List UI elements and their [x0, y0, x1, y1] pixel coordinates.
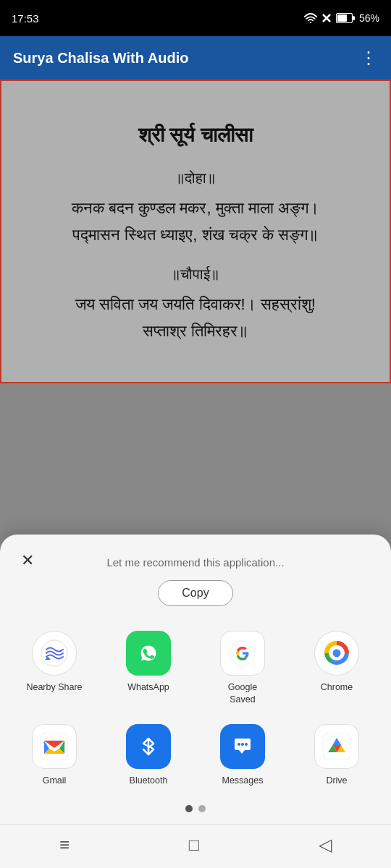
messages-label: Messages [222, 775, 264, 786]
content-title: श्री सूर्य चालीसा [72, 118, 319, 153]
share-item-nearby[interactable]: Nearby Share [7, 624, 101, 717]
content-area: श्री सूर्य चालीसा ॥दोहा॥ कनक बदन कुण्डल … [0, 80, 391, 383]
share-item-gmail[interactable]: Gmail [7, 717, 101, 798]
drive-label: Drive [326, 775, 347, 786]
pagination [0, 798, 391, 824]
chaupai-text: जय सविता जय जयति दिवाकर!। सहस्रांशु! सप्… [72, 291, 319, 345]
page-dot-1[interactable] [185, 805, 193, 812]
svg-point-21 [245, 743, 248, 746]
google-label: Google Saved [228, 681, 257, 705]
svg-point-0 [310, 22, 311, 23]
status-bar: 17:53 56% [0, 0, 391, 36]
share-message: Let me recommend this application... [0, 556, 391, 569]
page-dot-2[interactable] [198, 805, 206, 812]
whatsapp-icon [126, 631, 171, 676]
share-item-whatsapp[interactable]: WhatsApp [101, 624, 196, 717]
share-item-chrome[interactable]: Chrome [290, 624, 384, 717]
share-sheet: ✕ Let me recommend this application... C… [0, 535, 391, 868]
share-item-drive[interactable]: Drive [290, 717, 384, 798]
gmail-icon [32, 724, 77, 769]
nearby-label: Nearby Share [26, 681, 82, 693]
svg-rect-4 [353, 16, 355, 20]
drive-icon [314, 724, 359, 769]
nearby-icon [32, 631, 77, 676]
google-icon [220, 631, 265, 676]
svg-point-13 [333, 650, 341, 658]
time: 17:53 [12, 12, 39, 25]
app-title: Surya Chalisa With Audio [13, 50, 188, 67]
doha-label: ॥दोहा॥ [72, 166, 319, 190]
nav-bar: ≡ □ ◁ [0, 824, 391, 868]
svg-rect-5 [337, 14, 347, 22]
status-icons: 56% [304, 12, 379, 24]
share-apps-grid: Nearby Share WhatsApp [0, 624, 391, 798]
share-item-google[interactable]: Google Saved [196, 624, 290, 717]
whatsapp-label: WhatsApp [127, 681, 169, 693]
nav-home-icon[interactable]: □ [189, 835, 200, 855]
nav-menu-icon[interactable]: ≡ [59, 835, 70, 855]
chrome-label: Chrome [321, 681, 353, 693]
chaupai-label: ॥चौपाई॥ [72, 262, 319, 286]
hindi-content: श्री सूर्य चालीसा ॥दोहा॥ कनक बदन कुण्डल … [72, 118, 319, 344]
copy-button[interactable]: Copy [158, 580, 232, 606]
menu-icon[interactable]: ⋮ [360, 48, 378, 68]
doha-text: कनक बदन कुण्डल मकर, मुक्ता माला अङ्ग। पद… [72, 195, 319, 249]
svg-point-19 [237, 743, 240, 746]
app-bar: Surya Chalisa With Audio ⋮ [0, 36, 391, 80]
share-item-bluetooth[interactable]: Bluetooth [101, 717, 196, 798]
wifi-icon [304, 13, 317, 23]
chrome-icon [314, 631, 359, 676]
gmail-label: Gmail [43, 775, 67, 786]
x-icon [321, 13, 332, 23]
close-button[interactable]: ✕ [14, 548, 41, 574]
close-icon: ✕ [21, 551, 34, 570]
nav-back-icon[interactable]: ◁ [319, 835, 332, 855]
share-item-messages[interactable]: Messages [196, 717, 290, 798]
bluetooth-label: Bluetooth [130, 775, 168, 786]
battery-icon [336, 13, 355, 23]
bluetooth-icon [126, 724, 171, 769]
svg-point-20 [241, 743, 244, 746]
messages-icon [220, 724, 265, 769]
battery-percent: 56% [359, 12, 379, 24]
